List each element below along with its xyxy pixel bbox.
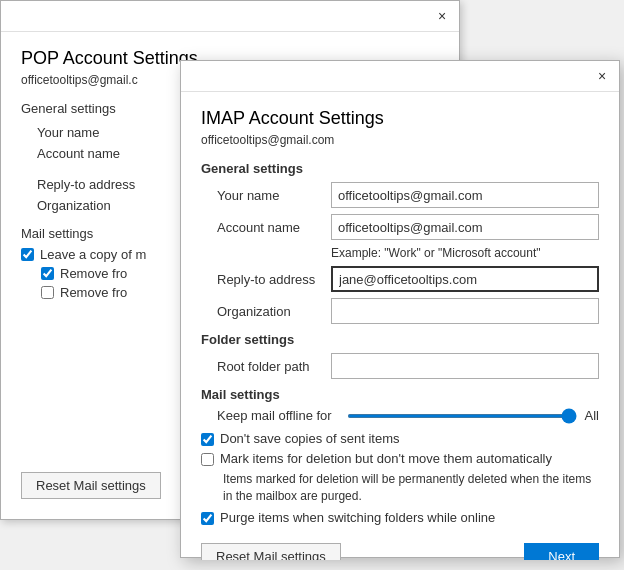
imap-title: IMAP Account Settings xyxy=(201,108,599,129)
imap-checkbox3-label: Purge items when switching folders while… xyxy=(220,510,495,525)
imap-keep-offline-row: Keep mail offline for All xyxy=(201,408,599,423)
imap-mail-settings-label: Mail settings xyxy=(201,387,599,402)
imap-organization-row: Organization xyxy=(201,298,599,324)
imap-subtitle: officetooltips@gmail.com xyxy=(201,133,599,147)
imap-window: × IMAP Account Settings officetooltips@g… xyxy=(180,60,620,558)
imap-root-folder-label: Root folder path xyxy=(201,359,331,374)
imap-checkbox2[interactable] xyxy=(201,453,214,466)
pop-titlebar: × xyxy=(1,1,459,32)
pop-checkbox2[interactable] xyxy=(41,267,54,280)
imap-reply-row: Reply-to address xyxy=(201,266,599,292)
imap-reply-label: Reply-to address xyxy=(201,272,331,287)
imap-your-name-label: Your name xyxy=(201,188,331,203)
imap-keep-offline-slider[interactable] xyxy=(347,414,577,418)
imap-organization-input[interactable] xyxy=(331,298,599,324)
pop-checkbox1[interactable] xyxy=(21,248,34,261)
pop-footer: Reset Mail settings xyxy=(21,472,161,499)
pop-checkbox3[interactable] xyxy=(41,286,54,299)
imap-reset-button[interactable]: Reset Mail settings xyxy=(201,543,341,560)
imap-checkbox1[interactable] xyxy=(201,433,214,446)
imap-titlebar: × xyxy=(181,61,619,92)
imap-organization-label: Organization xyxy=(201,304,331,319)
imap-footer: Reset Mail settings Next xyxy=(201,533,599,560)
imap-next-button[interactable]: Next xyxy=(524,543,599,560)
imap-checkbox2-label: Mark items for deletion but don't move t… xyxy=(220,451,552,466)
pop-reset-button[interactable]: Reset Mail settings xyxy=(21,472,161,499)
imap-keep-offline-value: All xyxy=(585,408,599,423)
imap-your-name-input[interactable] xyxy=(331,182,599,208)
imap-root-folder-input[interactable] xyxy=(331,353,599,379)
imap-checkbox3-row: Purge items when switching folders while… xyxy=(201,510,599,525)
imap-account-name-row: Account name xyxy=(201,214,599,240)
imap-folder-settings-label: Folder settings xyxy=(201,332,599,347)
imap-checkbox2-row: Mark items for deletion but don't move t… xyxy=(201,451,599,466)
imap-root-folder-row: Root folder path xyxy=(201,353,599,379)
imap-account-name-hint: Example: "Work" or "Microsoft account" xyxy=(201,246,599,260)
imap-general-settings-label: General settings xyxy=(201,161,599,176)
imap-deletion-note: Items marked for deletion will be perman… xyxy=(201,471,599,505)
imap-close-button[interactable]: × xyxy=(591,65,613,87)
imap-content: IMAP Account Settings officetooltips@gma… xyxy=(181,92,619,560)
imap-account-name-input[interactable] xyxy=(331,214,599,240)
pop-close-button[interactable]: × xyxy=(431,5,453,27)
imap-keep-offline-label: Keep mail offline for xyxy=(217,408,347,423)
imap-reply-input[interactable] xyxy=(331,266,599,292)
imap-checkbox1-label: Don't save copies of sent items xyxy=(220,431,400,446)
imap-account-name-label: Account name xyxy=(201,220,331,235)
imap-checkbox3[interactable] xyxy=(201,512,214,525)
imap-checkbox1-row: Don't save copies of sent items xyxy=(201,431,599,446)
imap-your-name-row: Your name xyxy=(201,182,599,208)
imap-keep-offline-slider-container: All xyxy=(347,408,599,423)
